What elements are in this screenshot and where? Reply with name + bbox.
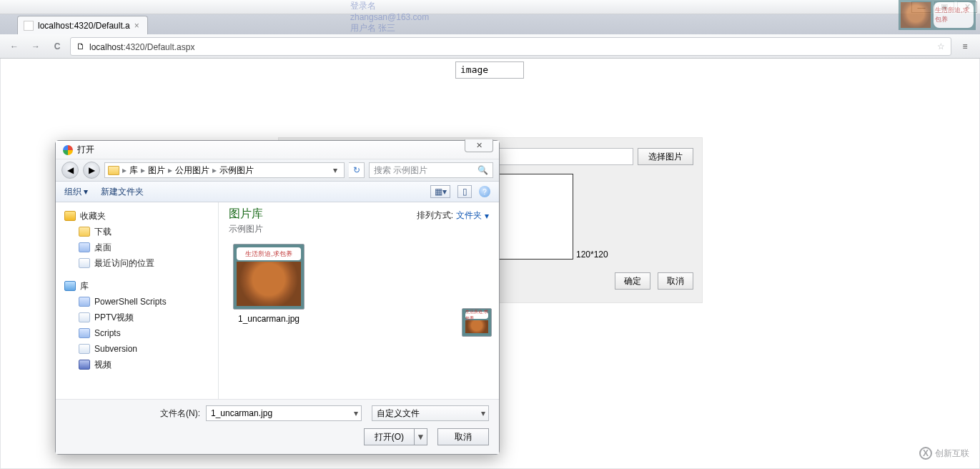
- filename-label: 文件名(N):: [160, 408, 200, 420]
- dialog-close-button[interactable]: ✕: [465, 139, 493, 152]
- dialog-sidebar: 收藏夹 下载 桌面 最近访问的位置 库 PowerShell Scripts P…: [56, 202, 219, 399]
- browser-menu-button[interactable]: ≡: [956, 37, 974, 56]
- background-avatar-ghost: 生活所迫,求包养: [899, 0, 976, 30]
- detail-pane-preview: 生活所迫,求包养: [462, 308, 492, 337]
- breadcrumb-part-2[interactable]: 公用图片: [175, 164, 209, 177]
- breadcrumb-part-1[interactable]: 图片: [148, 164, 165, 177]
- chevron-down-icon: ▾: [84, 187, 88, 197]
- address-host: localhost: [89, 42, 123, 52]
- star-icon: [64, 211, 76, 221]
- breadcrumb-part-3[interactable]: 示例图片: [219, 164, 254, 177]
- file-tile[interactable]: 生活所迫,求包养 1_uncarman.jpg: [229, 244, 309, 324]
- content-heading: 图片库: [229, 207, 263, 222]
- new-folder-button[interactable]: 新建文件夹: [101, 186, 144, 198]
- image-preview-box: [487, 174, 573, 260]
- organize-label: 组织: [64, 186, 81, 198]
- dialog-refresh-button[interactable]: ↻: [349, 162, 365, 178]
- browser-tab[interactable]: localhost:4320/Default.a ×: [17, 16, 148, 34]
- dialog-cancel-button[interactable]: 取消: [437, 428, 489, 445]
- sidebar-item-desktop[interactable]: 桌面: [60, 240, 214, 255]
- address-path: :4320/Default.aspx: [123, 42, 194, 52]
- preview-pane-button[interactable]: ▯: [457, 185, 472, 198]
- open-button-dropdown[interactable]: ▼: [415, 428, 427, 445]
- sidebar-label: PPTV视频: [94, 312, 134, 324]
- library-icon: [64, 281, 76, 291]
- folder-icon: [79, 297, 90, 307]
- dialog-nav-forward[interactable]: ▶: [83, 162, 100, 179]
- desktop-icon: [79, 242, 90, 252]
- sidebar-label: Subversion: [94, 344, 137, 354]
- chevron-down-icon: ▾: [481, 408, 485, 418]
- dialog-nav-back[interactable]: ◀: [61, 162, 79, 179]
- choose-image-button[interactable]: 选择图片: [638, 148, 693, 165]
- file-name-label: 1_uncarman.jpg: [229, 314, 309, 324]
- filename-input[interactable]: 1_uncarman.jpg ▾: [206, 405, 362, 421]
- folder-icon: [79, 344, 90, 354]
- view-mode-button[interactable]: ▦ ▾: [430, 185, 450, 198]
- sidebar-item-powershell[interactable]: PowerShell Scripts: [60, 294, 214, 310]
- sidebar-item-video[interactable]: 视频: [60, 357, 214, 372]
- tab-title: localhost:4320/Default.a: [38, 21, 130, 31]
- sidebar-label: 最近访问的位置: [94, 257, 154, 270]
- back-button[interactable]: ←: [6, 38, 23, 55]
- watermark-logo-icon: X: [919, 447, 932, 460]
- ok-button[interactable]: 确定: [615, 272, 650, 290]
- sidebar-label: 桌面: [94, 242, 112, 254]
- help-icon[interactable]: ?: [479, 186, 490, 197]
- recent-icon: [79, 258, 90, 268]
- sidebar-item-downloads[interactable]: 下载: [60, 224, 214, 240]
- sort-control[interactable]: 排列方式: 文件夹 ▾: [417, 209, 489, 222]
- search-icon: 🔍: [477, 165, 488, 175]
- thumb-face: [237, 262, 301, 306]
- breadcrumb-sep-icon: ▸: [141, 165, 145, 175]
- file-thumbnail: 生活所迫,求包养: [233, 244, 305, 310]
- dialog-search-input[interactable]: 搜索 示例图片 🔍: [369, 162, 493, 178]
- sidebar-label: 视频: [94, 359, 112, 371]
- filter-value: 自定义文件: [377, 408, 420, 420]
- dialog-breadcrumb[interactable]: ▸ 库 ▸ 图片 ▸ 公用图片 ▸ 示例图片 ▾: [104, 162, 345, 178]
- breadcrumb-part-0[interactable]: 库: [129, 164, 138, 177]
- preview-size-label: 120*120: [576, 250, 608, 260]
- search-placeholder: 搜索 示例图片: [374, 164, 427, 177]
- open-split-button[interactable]: 打开(O) ▼: [364, 428, 427, 445]
- background-text-ghost: 登录名 zhangsan@163.com 用户名 张三: [350, 0, 422, 31]
- thumb-face: [465, 320, 488, 333]
- sidebar-favorites[interactable]: 收藏夹: [60, 208, 214, 224]
- tab-close-icon[interactable]: ×: [134, 21, 143, 29]
- sidebar-item-recent[interactable]: 最近访问的位置: [60, 255, 214, 271]
- sort-value: 文件夹: [456, 209, 482, 222]
- address-bar[interactable]: 🗋 localhost:4320/Default.aspx ☆: [70, 37, 951, 56]
- sidebar-item-subversion[interactable]: Subversion: [60, 341, 214, 357]
- watermark: X 创新互联: [919, 447, 969, 460]
- file-type-filter[interactable]: 自定义文件 ▾: [372, 405, 489, 421]
- ghost-avatar-bubble: 生活所迫,求包养: [934, 2, 974, 28]
- sort-label: 排列方式:: [417, 209, 453, 222]
- cancel-button[interactable]: 取消: [658, 272, 693, 290]
- sidebar-item-pptv[interactable]: PPTV视频: [60, 310, 214, 325]
- sidebar-label: Scripts: [94, 328, 121, 338]
- film-icon: [79, 360, 90, 370]
- folder-icon: [79, 328, 90, 338]
- breadcrumb-dropdown-icon[interactable]: ▾: [330, 165, 341, 175]
- page-icon: 🗋: [76, 41, 85, 51]
- watermark-text: 创新互联: [935, 448, 969, 460]
- sidebar-label: PowerShell Scripts: [94, 297, 167, 307]
- thumb-bubble: 生活所迫,求包养: [237, 247, 301, 260]
- file-open-dialog: 打开 ✕ ◀ ▶ ▸ 库 ▸ 图片 ▸ 公用图片 ▸ 示例图片 ▾ ↻ 搜索 示…: [55, 140, 500, 455]
- sidebar-item-scripts[interactable]: Scripts: [60, 325, 214, 341]
- sidebar-label: 库: [80, 280, 89, 292]
- open-button[interactable]: 打开(O): [364, 428, 415, 445]
- organize-menu[interactable]: 组织 ▾: [64, 186, 88, 198]
- ghost-avatar-face: [901, 2, 931, 28]
- dialog-chrome-icon: [63, 145, 73, 155]
- bookmark-star-icon[interactable]: ☆: [937, 41, 945, 51]
- chevron-down-icon: ▾: [485, 211, 489, 221]
- folder-icon: [79, 312, 90, 322]
- forward-button[interactable]: →: [27, 38, 44, 55]
- dialog-title: 打开: [77, 144, 94, 156]
- chevron-down-icon: ▾: [354, 408, 358, 418]
- breadcrumb-sep-icon: ▸: [168, 165, 172, 175]
- sidebar-libraries[interactable]: 库: [60, 278, 214, 294]
- thumb-bubble: 生活所迫,求包养: [465, 312, 488, 319]
- reload-button[interactable]: C: [49, 38, 66, 55]
